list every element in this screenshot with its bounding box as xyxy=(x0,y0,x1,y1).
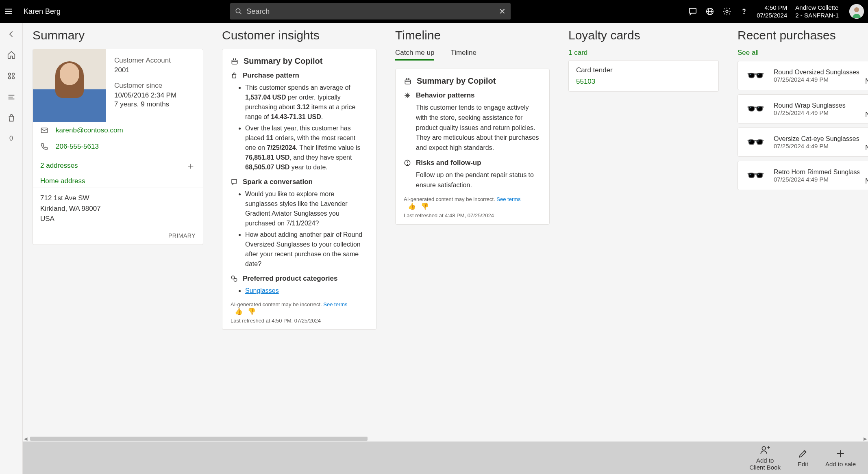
svg-point-25 xyxy=(234,278,237,281)
add-to-sale-button[interactable]: Add to sale xyxy=(825,448,856,468)
spark-line-1: Would you like to explore more sunglasse… xyxy=(245,189,368,228)
see-terms-link[interactable]: See terms xyxy=(496,196,520,202)
svg-point-10 xyxy=(744,13,744,14)
since-date: 10/05/2016 2:34 PM xyxy=(114,91,176,100)
purchase-name: Retro Horn Rimmed Sunglasses xyxy=(774,169,859,176)
thumbs-up-icon[interactable]: 👍 xyxy=(408,202,416,210)
email-row[interactable]: karenb@contoso.com xyxy=(33,122,203,139)
svg-line-4 xyxy=(239,12,241,14)
account-value: 2001 xyxy=(114,66,176,74)
search-input[interactable] xyxy=(246,7,499,16)
svg-point-13 xyxy=(8,73,11,76)
purchase-name: Round Wrap Sunglasses xyxy=(774,102,859,109)
scrollbar-thumb[interactable] xyxy=(30,437,368,441)
svg-point-3 xyxy=(236,9,240,13)
apps-icon[interactable] xyxy=(7,71,16,80)
column-insights: Customer insights Summary by Copilot Pur… xyxy=(222,28,376,330)
svg-rect-21 xyxy=(232,60,237,64)
pattern-title: Purchase pattern xyxy=(243,71,299,80)
purchase-date: 07/25/2024 4:49 PM xyxy=(774,76,859,83)
phone-row[interactable]: 206-555-5613 xyxy=(33,139,203,155)
svg-point-12 xyxy=(854,7,859,12)
purchase-amount: N xyxy=(865,177,868,186)
pref-title: Preferred product categories xyxy=(243,275,337,283)
insights-refreshed: Last refreshed at 4:50 PM, 07/25/2024 xyxy=(231,318,368,324)
product-thumb: 🕶️ xyxy=(743,99,768,119)
addresses-header: 2 addresses ＋ xyxy=(33,155,203,175)
home-icon[interactable] xyxy=(7,50,16,59)
globe-icon[interactable] xyxy=(705,7,714,16)
header-user: Andrew Collette 2 - SANFRAN-1 xyxy=(795,4,839,19)
email-link[interactable]: karenb@contoso.com xyxy=(56,126,123,134)
svg-rect-26 xyxy=(405,80,410,84)
side-rail: 0 xyxy=(0,23,23,474)
summary-heading: Summary xyxy=(33,28,203,42)
insights-card: Summary by Copilot Purchase pattern This… xyxy=(222,49,376,330)
risks-title: Risks and follow-up xyxy=(416,159,481,167)
spark-line-2: How about adding another pair of Round O… xyxy=(245,230,368,269)
see-all-link[interactable]: See all xyxy=(737,49,868,57)
purchase-amount: N xyxy=(865,110,868,119)
purchase-amount: N xyxy=(865,144,868,152)
add-to-client-book-button[interactable]: Add to Client Book xyxy=(749,445,781,471)
column-timeline: Timeline Catch me up Timeline Summary by… xyxy=(395,28,550,225)
risks-body: Follow up on the pendant repair status t… xyxy=(404,170,541,190)
purchase-date: 07/25/2024 4:49 PM xyxy=(774,109,859,116)
loyalty-card[interactable]: Card tender 55103 xyxy=(568,60,719,92)
edit-icon xyxy=(798,448,808,459)
risks-icon xyxy=(404,159,411,167)
copilot-title: Summary by Copilot xyxy=(244,56,322,66)
purchase-name: Oversize Cat-eye Sunglasses xyxy=(774,135,859,143)
bag-icon[interactable] xyxy=(7,114,16,123)
search-box[interactable]: ✕ xyxy=(230,3,511,19)
edit-button[interactable]: Edit xyxy=(798,448,808,468)
loyalty-heading: Loyalty cards xyxy=(568,28,719,42)
behavior-icon xyxy=(404,92,411,99)
close-icon[interactable]: ✕ xyxy=(499,6,506,16)
purchase-row[interactable]: 🕶️ Oversize Cat-eye Sunglasses 07/25/202… xyxy=(737,128,868,157)
tab-catch-me-up[interactable]: Catch me up xyxy=(395,49,434,61)
loyalty-count[interactable]: 1 card xyxy=(568,49,719,57)
copilot-icon xyxy=(231,57,239,65)
pref-icon xyxy=(231,275,238,282)
addresses-count[interactable]: 2 addresses xyxy=(40,162,78,170)
home-address-label[interactable]: Home address xyxy=(33,175,203,188)
purchase-row[interactable]: 🕶️ Round Oversized Sunglasses 07/25/2024… xyxy=(737,61,868,90)
thumbs-up-icon[interactable]: 👍 xyxy=(235,307,243,315)
add-address-button[interactable]: ＋ xyxy=(186,159,196,172)
chat-icon[interactable] xyxy=(688,7,697,16)
hamburger-menu-icon[interactable] xyxy=(4,7,20,16)
gear-icon[interactable] xyxy=(722,7,731,16)
svg-point-32 xyxy=(762,446,766,450)
summary-card: Customer Account 2001 Customer since 10/… xyxy=(33,49,203,245)
client-book-icon xyxy=(760,445,770,455)
scroll-right-icon[interactable]: ▶ xyxy=(862,436,868,442)
thumbs-down-icon[interactable]: 👎 xyxy=(421,202,429,210)
help-icon[interactable] xyxy=(740,7,748,16)
horizontal-scrollbar[interactable]: ◀ ▶ xyxy=(23,436,868,442)
phone-icon xyxy=(40,143,48,151)
svg-point-9 xyxy=(726,10,728,13)
see-terms-link[interactable]: See terms xyxy=(323,301,347,307)
back-icon[interactable] xyxy=(7,30,15,38)
pattern-line-1: This customer spends an average of 1,537… xyxy=(245,83,368,122)
spark-icon xyxy=(231,178,238,186)
tab-timeline[interactable]: Timeline xyxy=(450,49,476,61)
purchase-amount: N xyxy=(865,77,868,86)
purchase-row[interactable]: 🕶️ Round Wrap Sunglasses 07/25/2024 4:49… xyxy=(737,94,868,123)
purchase-row[interactable]: 🕶️ Retro Horn Rimmed Sunglasses 07/25/20… xyxy=(737,161,868,190)
phone-link[interactable]: 206-555-5613 xyxy=(56,143,99,151)
pattern-line-2: Over the last year, this customer has pl… xyxy=(245,123,368,172)
thumbs-down-icon[interactable]: 👎 xyxy=(248,307,256,315)
behavior-body: This customer tends to engage actively w… xyxy=(404,103,541,153)
avatar[interactable] xyxy=(849,4,864,19)
svg-point-16 xyxy=(12,77,14,79)
since-duration: 7 years, 9 months xyxy=(114,100,176,108)
pref-category-link[interactable]: Sunglasses xyxy=(245,287,279,294)
main-content: Summary Customer Account 2001 Customer s… xyxy=(23,23,868,442)
list-icon[interactable] xyxy=(7,93,16,102)
timeline-disclaimer: AI-generated content may be incorrect. S… xyxy=(404,196,541,210)
timeline-refreshed: Last refreshed at 4:48 PM, 07/25/2024 xyxy=(404,212,541,219)
insights-disclaimer: AI-generated content may be incorrect. S… xyxy=(231,301,368,315)
scroll-left-icon[interactable]: ◀ xyxy=(23,436,28,442)
